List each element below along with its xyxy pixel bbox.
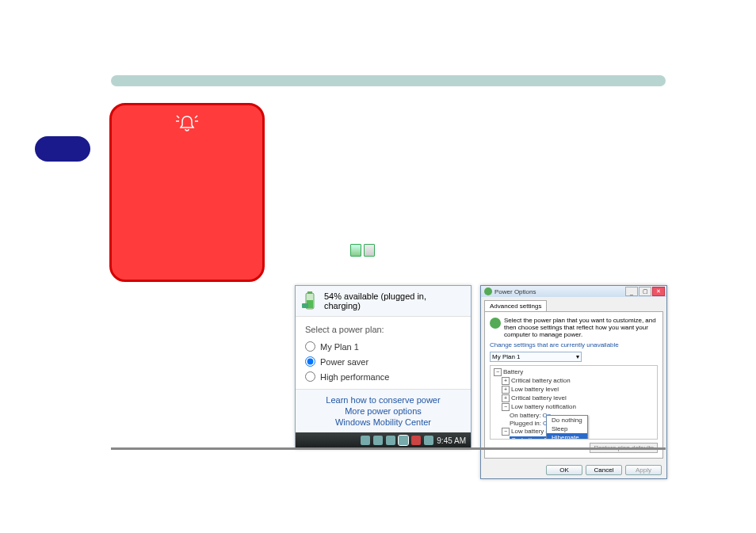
plan-radio-highperf[interactable] <box>305 371 315 382</box>
section-divider <box>111 447 666 450</box>
plan-select-label: Select a power plan: <box>305 325 461 334</box>
apply-button[interactable]: Apply <box>625 465 662 475</box>
link-conserve-power[interactable]: Learn how to conserve power <box>299 394 468 405</box>
tray-icon[interactable] <box>373 436 383 445</box>
window-buttons: _ ▢ ✕ <box>625 287 665 296</box>
dialog-intro-text: Select the power plan that you want to c… <box>504 317 658 338</box>
close-button[interactable]: ✕ <box>652 287 665 296</box>
plan-option-myplan1[interactable]: My Plan 1 <box>305 339 461 354</box>
dialog-intro: Select the power plan that you want to c… <box>490 317 658 338</box>
power-popup: 54% available (plugged in, charging) Sel… <box>295 285 472 449</box>
tray-icon[interactable] <box>411 436 421 445</box>
plan-option-powersaver[interactable]: Power saver <box>305 354 461 369</box>
tree-node[interactable]: Critical battery action <box>511 377 571 384</box>
dialog-footer: OK Cancel Apply <box>481 462 666 478</box>
plan-option-highperf[interactable]: High performance <box>305 369 461 384</box>
tree-collapse-icon[interactable]: − <box>502 428 510 436</box>
plan-radio-myplan1[interactable] <box>305 341 315 352</box>
svg-rect-1 <box>307 291 312 294</box>
tray-volume-icon[interactable] <box>424 436 433 445</box>
plan-radio-powersaver[interactable] <box>305 356 315 367</box>
tree-node[interactable]: Critical battery level <box>511 394 567 402</box>
tree-collapse-icon[interactable]: − <box>494 368 502 376</box>
svg-rect-4 <box>302 305 303 306</box>
action-dropdown[interactable]: Do nothing Sleep Hibernate Shut down <box>546 415 588 440</box>
cancel-button[interactable]: Cancel <box>586 465 622 475</box>
tray-icon[interactable] <box>361 436 370 445</box>
power-popup-header: 54% available (plugged in, charging) <box>296 286 471 317</box>
ok-button[interactable]: OK <box>546 465 582 475</box>
tray-icon[interactable] <box>386 436 395 445</box>
warning-box <box>109 103 265 282</box>
tree-node[interactable]: Low battery notification <box>511 403 576 410</box>
battery-icon <box>364 244 375 257</box>
dialog-title: Power Options <box>494 288 536 295</box>
taskbar-clock: 9:45 AM <box>437 436 466 445</box>
minimize-button[interactable]: _ <box>625 287 638 296</box>
power-popup-links: Learn how to conserve power More power o… <box>296 389 471 432</box>
tree-expand-icon[interactable]: + <box>502 386 510 394</box>
side-tab <box>35 136 90 162</box>
battery-eco-icon <box>490 318 501 329</box>
section-header-bar <box>111 75 666 86</box>
dialog-titlebar: Power Options _ ▢ ✕ <box>481 286 666 297</box>
plan-label: Power saver <box>320 357 368 367</box>
tree-leaf-label: Plugged in: <box>510 420 541 427</box>
tree-collapse-icon[interactable]: − <box>502 403 510 411</box>
tree-expand-icon[interactable]: + <box>502 394 510 402</box>
battery-status-text: 54% available (plugged in, charging) <box>324 291 464 310</box>
tray-power-icon[interactable] <box>399 436 408 445</box>
maximize-button[interactable]: ▢ <box>639 287 651 296</box>
link-change-settings[interactable]: Change settings that are currently unava… <box>490 341 658 348</box>
link-mobility-center[interactable]: Windows Mobility Center <box>299 417 468 428</box>
power-popup-body: Select a power plan: My Plan 1 Power sav… <box>296 317 471 389</box>
alarm-icon <box>176 113 198 135</box>
dropdown-option[interactable]: Sleep <box>547 424 587 433</box>
plan-select-dropdown[interactable]: My Plan 1 ▾ <box>490 352 582 362</box>
tree-expand-icon[interactable]: + <box>502 377 510 385</box>
power-options-dialog: Power Options _ ▢ ✕ Advanced settings Se… <box>480 285 667 479</box>
settings-tree[interactable]: −Battery +Critical battery action +Low b… <box>490 365 658 440</box>
power-plug-icon <box>350 244 361 257</box>
battery-charging-icon <box>302 291 318 311</box>
power-options-icon <box>484 287 492 295</box>
dropdown-option[interactable]: Hibernate <box>547 433 587 440</box>
inline-tray-icons <box>350 244 375 257</box>
tab-advanced-settings[interactable]: Advanced settings <box>484 300 547 311</box>
tree-node-battery[interactable]: Battery <box>503 368 523 375</box>
plan-label: High performance <box>320 372 389 382</box>
tree-leaf-label: On battery: <box>510 412 541 419</box>
dialog-body: Select the power plan that you want to c… <box>484 311 663 459</box>
taskbar: 9:45 AM <box>296 432 471 448</box>
link-more-options[interactable]: More power options <box>299 405 468 417</box>
svg-rect-3 <box>302 303 308 308</box>
dropdown-option[interactable]: Do nothing <box>547 416 587 424</box>
plan-select-value: My Plan 1 <box>492 353 521 360</box>
tree-node[interactable]: Low battery level <box>511 386 559 393</box>
plan-label: My Plan 1 <box>320 342 359 352</box>
chevron-down-icon: ▾ <box>576 353 579 360</box>
